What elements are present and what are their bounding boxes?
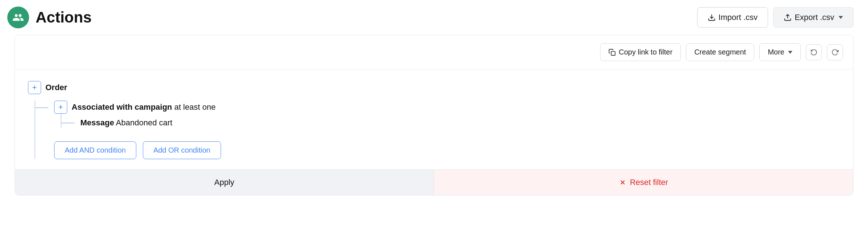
root-label: Order: [45, 83, 67, 92]
reset-x-icon: [619, 179, 626, 186]
tree-grandchild-node: Message Abandoned cart: [80, 114, 840, 128]
grandchild-label: Message Abandoned cart: [80, 118, 172, 128]
page-title: Actions: [36, 9, 92, 26]
svg-rect-2: [611, 51, 615, 55]
filter-body: + Order + As: [15, 69, 853, 159]
child-label: Associated with campaign at least one: [72, 102, 216, 112]
refresh-button[interactable]: [827, 44, 843, 60]
create-segment-button[interactable]: Create segment: [686, 43, 754, 61]
avatar: [7, 7, 29, 28]
grandchild-row: Message Abandoned cart: [80, 118, 840, 128]
filter-tree: + Order + As: [28, 81, 840, 159]
more-button[interactable]: More: [759, 43, 801, 61]
child-expand-button[interactable]: +: [54, 101, 67, 114]
copy-link-icon: [608, 49, 616, 56]
more-chevron-icon: [788, 51, 792, 54]
export-button[interactable]: Export .csv: [773, 7, 853, 28]
import-icon: [708, 13, 716, 21]
root-expand-button[interactable]: +: [28, 81, 41, 94]
tree-child-row: + Associated with campaign at least one: [54, 101, 840, 114]
export-chevron-icon: [839, 16, 843, 19]
header: Actions Import .csv Export .csv: [0, 0, 868, 35]
reset-filter-button[interactable]: Reset filter: [434, 170, 853, 195]
tree-children: + Associated with campaign at least one: [35, 101, 840, 159]
add-and-condition-button[interactable]: Add AND condition: [54, 141, 136, 159]
tree-child-node: + Associated with campaign at least one: [54, 101, 840, 128]
main: Copy link to filter Create segment More: [0, 35, 868, 195]
header-left: Actions: [7, 7, 92, 28]
avatar-icon: [12, 12, 24, 23]
filter-toolbar: Copy link to filter Create segment More: [15, 35, 853, 69]
copy-link-button[interactable]: Copy link to filter: [600, 43, 681, 61]
tree-root-node: + Order: [28, 81, 840, 94]
tree-grandchildren: Message Abandoned cart: [61, 114, 840, 128]
export-icon: [784, 13, 792, 21]
refresh-icon: [831, 49, 839, 56]
page: Actions Import .csv Export .csv: [0, 0, 868, 250]
apply-button[interactable]: Apply: [15, 170, 434, 195]
undo-icon: [810, 49, 817, 56]
header-actions: Import .csv Export .csv: [697, 7, 853, 28]
filter-footer: Apply Reset filter: [15, 169, 853, 195]
add-conditions-row: Add AND condition Add OR condition: [54, 133, 840, 159]
filter-card: Copy link to filter Create segment More: [15, 35, 853, 195]
undo-button[interactable]: [806, 44, 822, 60]
import-button[interactable]: Import .csv: [697, 7, 768, 28]
add-or-condition-button[interactable]: Add OR condition: [143, 141, 221, 159]
